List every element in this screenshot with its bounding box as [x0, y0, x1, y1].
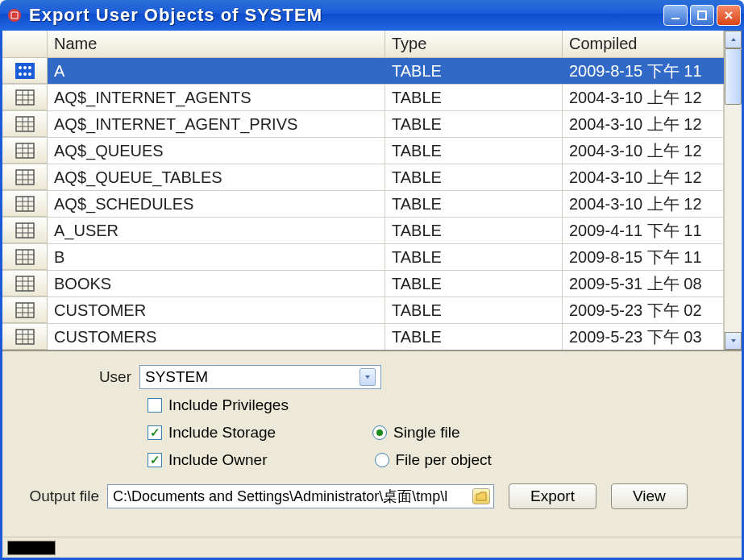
checkbox-icon: ✓ [148, 453, 162, 467]
options-panel: User SYSTEM Include Privileges ✓ Include… [2, 351, 742, 537]
row-type: TABLE [385, 58, 563, 84]
row-compiled: 2009-5-23 下午 02 [563, 297, 724, 323]
row-type: TABLE [385, 271, 563, 297]
include-owner-checkbox[interactable]: ✓ Include Owner [148, 451, 268, 469]
row-icon [2, 324, 48, 350]
row-compiled: 2009-4-11 下午 11 [563, 218, 724, 243]
svg-rect-10 [16, 90, 34, 105]
table-row[interactable]: ATABLE2009-8-15 下午 11 [2, 58, 724, 85]
row-type: TABLE [385, 324, 563, 350]
row-compiled: 2004-3-10 上午 12 [563, 164, 724, 190]
include-storage-checkbox[interactable]: ✓ Include Storage [148, 424, 276, 442]
row-name: BOOKS [48, 271, 385, 297]
row-icon [2, 244, 48, 270]
chevron-down-icon[interactable] [360, 368, 376, 386]
view-button[interactable]: View [611, 483, 688, 509]
titlebar[interactable]: Export User Objects of SYSTEM [0, 0, 744, 31]
row-type: TABLE [385, 164, 563, 190]
row-compiled: 2009-5-23 下午 03 [563, 324, 724, 350]
table-row[interactable]: A_USERTABLE2009-4-11 下午 11 [2, 218, 724, 244]
row-compiled: 2004-3-10 上午 12 [563, 85, 724, 110]
svg-rect-3 [15, 63, 35, 79]
row-icon [2, 164, 48, 190]
table-row[interactable]: AQ$_QUEUE_TABLESTABLE2004-3-10 上午 12 [2, 164, 724, 191]
include-owner-label: Include Owner [168, 451, 268, 469]
close-button[interactable] [717, 5, 741, 26]
svg-rect-20 [16, 143, 34, 158]
row-name: AQ$_QUEUES [48, 138, 385, 164]
row-name: AQ$_INTERNET_AGENTS [48, 85, 385, 110]
table-header: Name Type Compiled [2, 31, 724, 58]
row-compiled: 2009-5-31 上午 08 [563, 271, 724, 297]
svg-rect-2 [698, 11, 706, 19]
scroll-up-button[interactable] [725, 31, 742, 48]
table-row[interactable]: CUSTOMERTABLE2009-5-23 下午 02 [2, 297, 724, 324]
radio-icon [375, 453, 389, 467]
single-file-radio[interactable]: Single file [372, 424, 459, 442]
row-name: AQ$_QUEUE_TABLES [48, 164, 385, 190]
folder-icon[interactable] [472, 488, 490, 504]
svg-point-7 [19, 73, 22, 76]
row-name: CUSTOMER [48, 297, 385, 323]
maximize-button[interactable] [690, 5, 714, 26]
table-row[interactable]: AQ$_QUEUESTABLE2004-3-10 上午 12 [2, 138, 724, 164]
table-row[interactable]: AQ$_INTERNET_AGENT_PRIVSTABLE2004-3-10 上… [2, 111, 724, 138]
row-name: AQ$_INTERNET_AGENT_PRIVS [48, 111, 385, 137]
svg-rect-15 [16, 117, 34, 131]
column-header-type[interactable]: Type [385, 31, 563, 58]
svg-rect-35 [16, 223, 34, 238]
svg-rect-40 [16, 250, 34, 264]
svg-rect-25 [16, 170, 34, 185]
row-type: TABLE [385, 138, 563, 164]
client-area: Name Type Compiled ATABLE2009-8-15 下午 11… [0, 31, 744, 560]
row-name: AQ$_SCHEDULES [48, 191, 385, 217]
file-per-object-label: File per object [396, 451, 492, 469]
output-file-label: Output file [19, 487, 107, 505]
svg-rect-55 [16, 330, 34, 344]
include-privileges-label: Include Privileges [168, 396, 289, 414]
export-button[interactable]: Export [509, 483, 596, 509]
progress-indicator [7, 541, 56, 555]
output-file-value: C:\Documents and Settings\Administrator\… [113, 487, 447, 506]
include-privileges-checkbox[interactable]: Include Privileges [148, 396, 289, 414]
table-row[interactable]: AQ$_SCHEDULESTABLE2004-3-10 上午 12 [2, 191, 724, 218]
user-label: User [19, 368, 139, 386]
table-row[interactable]: AQ$_INTERNET_AGENTSTABLE2004-3-10 上午 12 [2, 85, 724, 111]
svg-point-4 [19, 66, 22, 69]
row-icon [2, 111, 48, 137]
output-file-input[interactable]: C:\Documents and Settings\Administrator\… [107, 484, 494, 508]
vertical-scrollbar[interactable] [724, 31, 742, 350]
scroll-track[interactable] [725, 48, 742, 332]
checkbox-icon: ✓ [148, 425, 162, 440]
row-compiled: 2004-3-10 上午 12 [563, 138, 724, 164]
minimize-button[interactable] [663, 5, 688, 26]
row-type: TABLE [385, 244, 563, 270]
row-name: B [48, 244, 385, 270]
column-header-icon[interactable] [2, 31, 48, 58]
scroll-thumb[interactable] [725, 48, 742, 105]
svg-point-8 [23, 73, 27, 76]
row-icon [2, 271, 48, 297]
row-name: A [48, 58, 385, 84]
row-icon [2, 218, 48, 243]
column-header-name[interactable]: Name [48, 31, 385, 58]
row-name: A_USER [48, 218, 385, 243]
window-title: Export User Objects of SYSTEM [29, 5, 663, 26]
file-per-object-radio[interactable]: File per object [375, 451, 492, 469]
svg-point-0 [8, 9, 21, 22]
row-compiled: 2009-8-15 下午 11 [563, 244, 724, 270]
table-row[interactable]: BOOKSTABLE2009-5-31 上午 08 [2, 271, 724, 297]
column-header-compiled[interactable]: Compiled [563, 31, 724, 58]
row-type: TABLE [385, 191, 563, 217]
radio-icon [372, 425, 387, 440]
svg-rect-45 [16, 276, 34, 291]
scroll-down-button[interactable] [725, 332, 742, 350]
include-storage-label: Include Storage [168, 424, 276, 442]
table-row[interactable]: BTABLE2009-8-15 下午 11 [2, 244, 724, 271]
checkbox-icon [148, 398, 162, 413]
table-row[interactable]: CUSTOMERSTABLE2009-5-23 下午 03 [2, 324, 724, 350]
row-name: CUSTOMERS [48, 324, 385, 350]
row-type: TABLE [385, 111, 563, 137]
single-file-label: Single file [393, 424, 459, 442]
user-select[interactable]: SYSTEM [139, 365, 381, 389]
